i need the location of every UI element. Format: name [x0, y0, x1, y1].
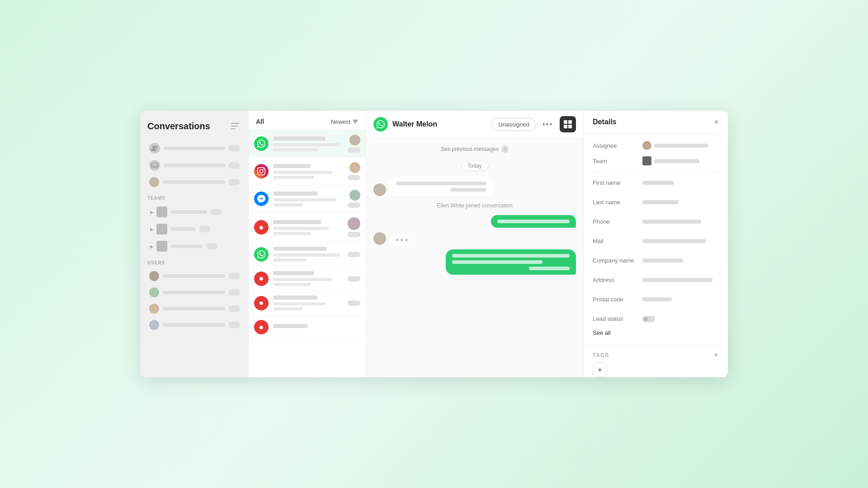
sidebar-user-item-3[interactable] [147, 301, 241, 316]
whatsapp-icon [254, 136, 269, 151]
instagram-icon [254, 164, 269, 178]
conv-item[interactable] [249, 242, 366, 267]
sidebar-bar [171, 227, 196, 231]
conversation-list: All Newest [249, 111, 366, 377]
conv-item-content [273, 136, 348, 151]
conv-item[interactable]: ● [249, 291, 366, 315]
sidebar-item-inbox[interactable] [147, 158, 241, 173]
conv-item-msg-bar [273, 302, 326, 305]
filter-label: Newest [331, 118, 350, 125]
sidebar-user-item-2[interactable] [147, 285, 241, 300]
typing-dot [396, 239, 399, 241]
sidebar-team-item-2[interactable]: ▶ [147, 221, 241, 237]
incoming-message-row [373, 177, 576, 196]
conv-item-name-bar [273, 247, 327, 251]
svg-rect-1 [231, 126, 237, 127]
sidebar-user-item-4[interactable] [147, 318, 241, 332]
conv-item-name-bar [273, 164, 311, 168]
sidebar-badge [229, 179, 240, 185]
conv-item-content [273, 324, 360, 331]
sidebar-item-people[interactable] [147, 141, 241, 156]
see-prev-label: See previous messages [441, 146, 499, 152]
conv-item[interactable] [249, 158, 366, 185]
conv-item-right [348, 217, 360, 237]
see-previous-messages[interactable]: See previous messages ? [373, 145, 576, 153]
conv-item-msg-bar [273, 143, 340, 146]
avatar-icon [149, 177, 159, 187]
sidebar-team-item-3[interactable]: ▶ [147, 239, 241, 254]
close-button[interactable]: × [714, 118, 719, 126]
phone-label: Phone [593, 218, 642, 225]
assignee-label: Assignee [593, 142, 642, 149]
teams-section-label: TEAMS [147, 196, 241, 201]
phone-field: Phone [593, 218, 719, 225]
sidebar-item-avatar[interactable] [147, 175, 241, 189]
conv-item-msg-bar-2 [273, 283, 311, 286]
leadstatus-label: Lead status [593, 315, 642, 322]
lead-status-toggle[interactable] [642, 316, 655, 322]
firstname-field: First name [593, 179, 719, 186]
sender-avatar [373, 183, 386, 196]
postal-field: Postal code [593, 296, 719, 303]
more-options-button[interactable]: ••• [541, 117, 555, 131]
company-field: Company name [593, 257, 719, 264]
conv-item-right [348, 252, 360, 257]
today-label: Today [461, 161, 489, 171]
sidebar-user-item-1[interactable] [147, 269, 241, 283]
address-field: Address [593, 277, 719, 283]
conv-item-msg-bar [273, 253, 340, 257]
conv-item[interactable] [249, 130, 366, 158]
conv-item-msg-bar [273, 171, 333, 174]
sidebar-bar [164, 146, 225, 150]
lastname-label: Last name [593, 199, 642, 206]
details-body: Assignee Team First name [584, 134, 728, 345]
lastname-field: Last name [593, 199, 719, 206]
conv-list-filter[interactable]: Newest [331, 118, 359, 125]
details-panel: Details × Assignee Team [583, 111, 728, 377]
conv-item-name-bar [273, 220, 321, 224]
chat-whatsapp-icon [373, 117, 388, 131]
app-container: Conversations [140, 111, 728, 377]
details-team-field: Team [593, 156, 719, 165]
conv-item-msg-bar-2 [273, 203, 303, 206]
conv-item-content [273, 164, 348, 179]
grid-view-button[interactable] [560, 116, 576, 132]
sidebar-badge [229, 322, 240, 328]
details-title: Details [593, 118, 616, 126]
conv-item-content [273, 220, 348, 235]
conv-item-name-bar [273, 296, 318, 300]
conv-tag [348, 300, 360, 306]
msg-bar [452, 260, 542, 264]
sidebar-team-item-1[interactable]: ▶ [147, 204, 241, 220]
mail-label: Mail [593, 238, 642, 244]
user-avatar [149, 287, 159, 297]
address-bar [642, 278, 712, 282]
incoming-bubble [390, 177, 493, 196]
outgoing-message-row [373, 215, 576, 228]
company-bar [642, 258, 683, 263]
add-tag-button[interactable]: + [593, 363, 607, 377]
conv-item-name-bar [273, 136, 326, 141]
conv-item-right [348, 190, 360, 208]
unassigned-button[interactable]: Unassigned [491, 118, 536, 131]
conv-item[interactable]: ● [249, 267, 366, 291]
conv-list-tab[interactable]: All [256, 118, 264, 125]
conv-item-msg-bar [273, 227, 329, 230]
details-assignee-field: Assignee [593, 141, 719, 150]
conv-item-name-bar [273, 271, 314, 275]
see-all-button[interactable]: See all [593, 329, 611, 336]
outgoing-message-row-2 [373, 249, 576, 275]
chevron-right-icon: ▶ [149, 226, 155, 232]
conv-item[interactable] [249, 185, 366, 213]
conv-item-content [273, 247, 348, 262]
chat-messages: See previous messages ? Today Ellen Whit… [366, 138, 583, 377]
messenger-icon [254, 192, 269, 206]
conv-item[interactable]: ● [249, 315, 366, 339]
conv-item[interactable]: ● [249, 213, 366, 242]
sidebar-filter-icon[interactable] [229, 120, 241, 132]
conv-tag [348, 202, 360, 208]
outgoing-bubble [491, 215, 576, 228]
address-label: Address [593, 277, 642, 283]
conv-item-msg-bar-2 [273, 148, 318, 151]
svg-point-4 [156, 146, 158, 148]
